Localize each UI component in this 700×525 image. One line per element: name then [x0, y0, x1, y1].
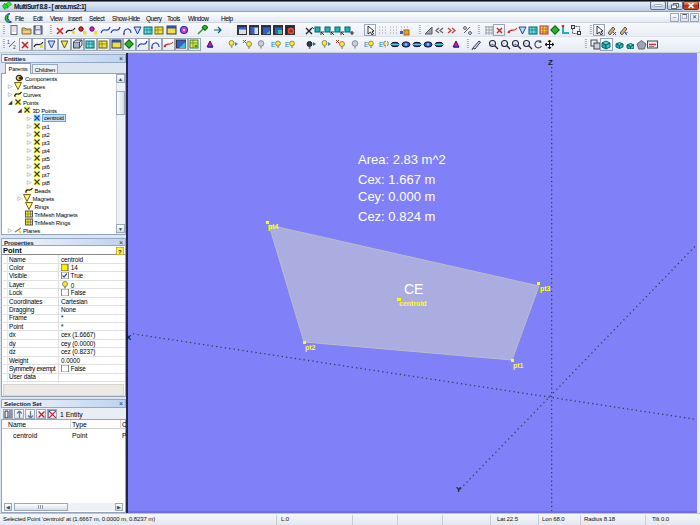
- svg-text:E: E: [271, 41, 276, 48]
- svg-text:E: E: [285, 41, 290, 48]
- svg-text:Z: Z: [548, 58, 553, 67]
- svg-text:-: -: [525, 40, 527, 46]
- svg-text:CE: CE: [404, 281, 423, 297]
- svg-text:E: E: [364, 41, 369, 48]
- svg-text:pt2: pt2: [305, 344, 316, 352]
- svg-text:pt3: pt3: [540, 285, 551, 293]
- svg-text:+: +: [514, 41, 517, 47]
- svg-text:+: +: [491, 41, 494, 47]
- svg-text:1: 1: [7, 39, 10, 45]
- svg-text:Cez: 0.824 m: Cez: 0.824 m: [358, 209, 435, 224]
- svg-text:pt4: pt4: [268, 223, 279, 231]
- svg-text:?: ?: [118, 249, 122, 255]
- svg-text:Y: Y: [456, 485, 462, 494]
- svg-text:Area: 2.83 m^2: Area: 2.83 m^2: [358, 152, 446, 167]
- svg-text:Cey: 0.000 m: Cey: 0.000 m: [358, 189, 435, 204]
- svg-text:pt1: pt1: [513, 362, 524, 370]
- svg-text:centroid: centroid: [399, 300, 427, 307]
- svg-text:-: -: [503, 40, 505, 46]
- svg-text:E: E: [379, 41, 384, 48]
- svg-text:Cex: 1.667 m: Cex: 1.667 m: [358, 172, 435, 187]
- svg-text:2: 2: [13, 44, 16, 50]
